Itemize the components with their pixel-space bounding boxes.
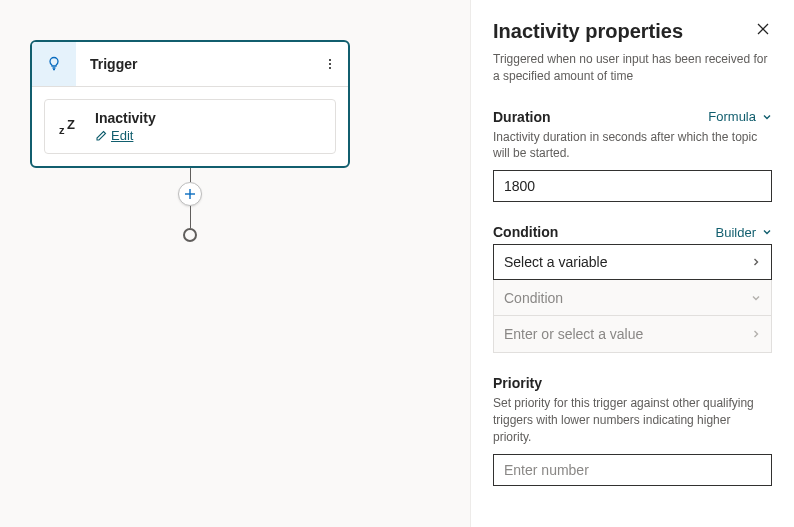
more-button[interactable] [312, 42, 348, 86]
add-node-button[interactable] [178, 182, 202, 206]
priority-label: Priority [493, 375, 542, 391]
svg-point-3 [329, 63, 331, 65]
edit-link[interactable]: Edit [111, 128, 133, 143]
chevron-down-icon [762, 227, 772, 237]
close-button[interactable] [754, 20, 772, 42]
duration-section: Duration Formula Inactivity duration in … [493, 109, 772, 203]
condition-label: Condition [493, 224, 558, 240]
trigger-node[interactable]: Trigger z Z Inactivity [30, 40, 350, 168]
chevron-right-icon [751, 329, 761, 339]
condition-operator-select[interactable]: Condition [494, 280, 771, 316]
inactivity-title: Inactivity [95, 110, 156, 126]
condition-section: Condition Builder Select a variable Cond… [493, 224, 772, 353]
lightbulb-icon [32, 42, 76, 86]
pencil-icon [95, 130, 107, 142]
chevron-down-icon [762, 112, 772, 122]
priority-help: Set priority for this trigger against ot… [493, 395, 772, 445]
trigger-node-body: z Z Inactivity Edit [32, 86, 348, 166]
trigger-node-header: Trigger [32, 42, 348, 86]
duration-help: Inactivity duration in seconds after whi… [493, 129, 772, 163]
condition-mode-toggle[interactable]: Builder [716, 225, 772, 240]
end-node [183, 228, 197, 242]
priority-section: Priority Set priority for this trigger a… [493, 375, 772, 485]
properties-panel: Inactivity properties Triggered when no … [470, 0, 794, 527]
duration-label: Duration [493, 109, 551, 125]
chevron-right-icon [751, 257, 761, 267]
svg-text:z: z [59, 124, 65, 136]
canvas-area: Trigger z Z Inactivity [0, 0, 470, 527]
svg-point-2 [329, 59, 331, 61]
sleep-icon: z Z [57, 118, 83, 136]
priority-input[interactable] [493, 454, 772, 486]
inactivity-card[interactable]: z Z Inactivity Edit [44, 99, 336, 154]
variable-select[interactable]: Select a variable [493, 244, 772, 280]
trigger-node-title: Trigger [76, 56, 312, 72]
connector [30, 168, 350, 242]
chevron-down-icon [751, 293, 761, 303]
duration-mode-toggle[interactable]: Formula [708, 109, 772, 124]
panel-title: Inactivity properties [493, 20, 683, 43]
duration-input[interactable] [493, 170, 772, 202]
condition-value-select[interactable]: Enter or select a value [494, 316, 771, 352]
svg-point-4 [329, 67, 331, 69]
svg-text:Z: Z [67, 118, 75, 132]
panel-description: Triggered when no user input has been re… [493, 51, 772, 85]
edit-link-row: Edit [95, 128, 156, 143]
